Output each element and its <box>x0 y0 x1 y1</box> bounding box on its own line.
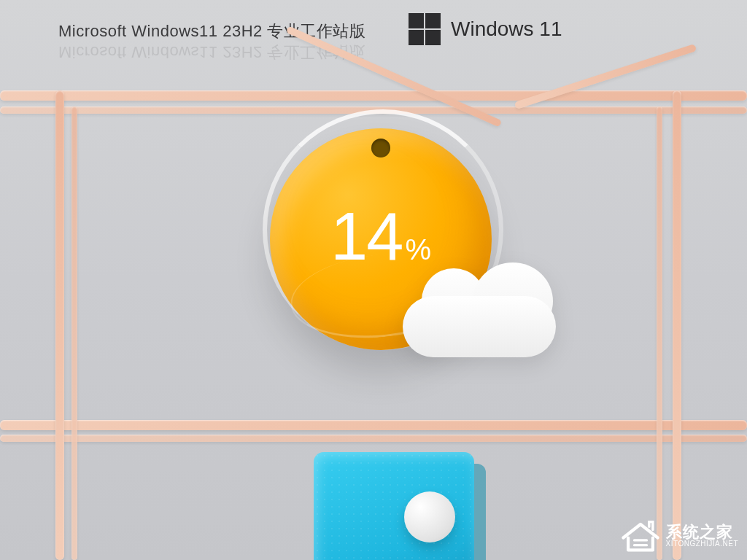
house-icon <box>621 519 660 553</box>
svg-rect-0 <box>632 539 647 541</box>
watermark: 系统之家 XITONGZHIJIA.NET <box>621 519 739 553</box>
progress-unit: % <box>405 233 431 265</box>
frame-rod <box>657 106 662 560</box>
frame-rod <box>71 106 77 560</box>
windows-logo: Windows 11 <box>409 13 562 45</box>
watermark-name-en: XITONGZHIJIA.NET <box>666 540 739 548</box>
progress-value: 14 <box>330 199 402 273</box>
cloud-icon <box>403 262 556 357</box>
windows-logo-text: Windows 11 <box>451 18 562 41</box>
frame-rod <box>673 90 681 560</box>
frame-rod <box>0 90 747 101</box>
frame-rod <box>55 90 64 560</box>
sphere-icon <box>404 491 455 542</box>
frame-rod <box>0 420 747 430</box>
disk-hole <box>371 139 390 158</box>
watermark-name-cn: 系统之家 <box>666 524 739 540</box>
cyan-block <box>314 452 474 560</box>
svg-rect-1 <box>632 544 647 546</box>
windows-logo-icon <box>409 13 441 45</box>
frame-rod <box>0 435 747 442</box>
